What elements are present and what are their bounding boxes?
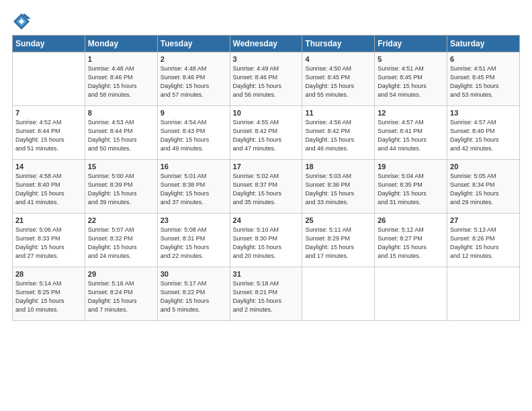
week-row-5: 28Sunrise: 5:14 AM Sunset: 8:25 PM Dayli…	[13, 267, 520, 321]
day-number: 18	[305, 163, 371, 171]
day-number: 2	[161, 55, 227, 63]
calendar-cell: 5Sunrise: 4:51 AM Sunset: 8:45 PM Daylig…	[375, 52, 447, 106]
calendar-table: SundayMondayTuesdayWednesdayThursdayFrid…	[12, 35, 520, 321]
day-number: 22	[88, 216, 154, 224]
day-number: 1	[88, 55, 154, 63]
calendar-cell: 25Sunrise: 5:11 AM Sunset: 8:29 PM Dayli…	[302, 214, 375, 267]
calendar-cell: 26Sunrise: 5:12 AM Sunset: 8:27 PM Dayli…	[375, 214, 447, 267]
logo	[12, 12, 34, 31]
calendar-cell	[302, 267, 375, 321]
day-info: Sunrise: 5:12 AM Sunset: 8:27 PM Dayligh…	[378, 226, 444, 261]
day-info: Sunrise: 5:02 AM Sunset: 8:37 PM Dayligh…	[233, 172, 300, 207]
day-info: Sunrise: 5:01 AM Sunset: 8:38 PM Dayligh…	[161, 172, 227, 207]
day-number: 9	[161, 109, 227, 117]
day-info: Sunrise: 4:50 AM Sunset: 8:45 PM Dayligh…	[305, 64, 371, 99]
day-number: 29	[88, 270, 154, 278]
day-info: Sunrise: 5:10 AM Sunset: 8:30 PM Dayligh…	[233, 226, 300, 261]
day-number: 23	[161, 216, 227, 224]
calendar-cell: 13Sunrise: 4:57 AM Sunset: 8:40 PM Dayli…	[447, 106, 520, 160]
day-number: 5	[378, 55, 444, 63]
day-number: 3	[233, 55, 300, 63]
calendar-cell: 14Sunrise: 4:58 AM Sunset: 8:40 PM Dayli…	[13, 160, 85, 214]
day-number: 31	[233, 270, 300, 278]
day-info: Sunrise: 5:16 AM Sunset: 8:24 PM Dayligh…	[88, 279, 154, 314]
day-info: Sunrise: 5:04 AM Sunset: 8:35 PM Dayligh…	[378, 172, 444, 207]
day-number: 26	[378, 216, 444, 224]
calendar-cell	[13, 52, 85, 106]
calendar-cell: 12Sunrise: 4:57 AM Sunset: 8:41 PM Dayli…	[375, 106, 447, 160]
day-number: 4	[305, 55, 371, 63]
day-number: 7	[15, 109, 82, 117]
col-header-wednesday: Wednesday	[230, 36, 302, 52]
day-number: 28	[15, 270, 82, 278]
week-row-4: 21Sunrise: 5:06 AM Sunset: 8:33 PM Dayli…	[13, 214, 520, 267]
logo-icon	[12, 12, 31, 31]
day-info: Sunrise: 4:51 AM Sunset: 8:45 PM Dayligh…	[450, 64, 517, 99]
calendar-cell: 24Sunrise: 5:10 AM Sunset: 8:30 PM Dayli…	[230, 214, 302, 267]
calendar-cell: 20Sunrise: 5:05 AM Sunset: 8:34 PM Dayli…	[447, 160, 520, 214]
day-number: 20	[450, 163, 517, 171]
day-info: Sunrise: 5:11 AM Sunset: 8:29 PM Dayligh…	[305, 226, 371, 261]
calendar-cell: 21Sunrise: 5:06 AM Sunset: 8:33 PM Dayli…	[13, 214, 85, 267]
day-info: Sunrise: 4:54 AM Sunset: 8:43 PM Dayligh…	[161, 118, 227, 153]
day-info: Sunrise: 4:49 AM Sunset: 8:46 PM Dayligh…	[233, 64, 300, 99]
col-header-thursday: Thursday	[302, 36, 375, 52]
day-number: 16	[161, 163, 227, 171]
calendar-cell: 15Sunrise: 5:00 AM Sunset: 8:39 PM Dayli…	[85, 160, 157, 214]
calendar-cell	[375, 267, 447, 321]
col-header-monday: Monday	[85, 36, 157, 52]
day-info: Sunrise: 4:57 AM Sunset: 8:41 PM Dayligh…	[378, 118, 444, 153]
calendar-cell: 3Sunrise: 4:49 AM Sunset: 8:46 PM Daylig…	[230, 52, 302, 106]
calendar-cell: 8Sunrise: 4:53 AM Sunset: 8:44 PM Daylig…	[85, 106, 157, 160]
calendar-cell: 19Sunrise: 5:04 AM Sunset: 8:35 PM Dayli…	[375, 160, 447, 214]
calendar-cell: 10Sunrise: 4:55 AM Sunset: 8:42 PM Dayli…	[230, 106, 302, 160]
day-info: Sunrise: 4:52 AM Sunset: 8:44 PM Dayligh…	[15, 118, 82, 153]
day-number: 10	[233, 109, 300, 117]
week-row-1: 1Sunrise: 4:48 AM Sunset: 8:46 PM Daylig…	[13, 52, 520, 106]
calendar-cell: 11Sunrise: 4:56 AM Sunset: 8:42 PM Dayli…	[302, 106, 375, 160]
day-info: Sunrise: 5:17 AM Sunset: 8:22 PM Dayligh…	[161, 279, 227, 314]
day-info: Sunrise: 5:08 AM Sunset: 8:31 PM Dayligh…	[161, 226, 227, 261]
calendar-cell: 27Sunrise: 5:13 AM Sunset: 8:26 PM Dayli…	[447, 214, 520, 267]
day-info: Sunrise: 4:58 AM Sunset: 8:40 PM Dayligh…	[15, 172, 82, 207]
col-header-friday: Friday	[375, 36, 447, 52]
day-info: Sunrise: 4:51 AM Sunset: 8:45 PM Dayligh…	[378, 64, 444, 99]
day-info: Sunrise: 4:53 AM Sunset: 8:44 PM Dayligh…	[88, 118, 154, 153]
day-number: 15	[88, 163, 154, 171]
day-number: 8	[88, 109, 154, 117]
day-number: 21	[15, 216, 82, 224]
day-info: Sunrise: 5:13 AM Sunset: 8:26 PM Dayligh…	[450, 226, 517, 261]
calendar-cell: 2Sunrise: 4:48 AM Sunset: 8:46 PM Daylig…	[157, 52, 230, 106]
calendar-cell: 4Sunrise: 4:50 AM Sunset: 8:45 PM Daylig…	[302, 52, 375, 106]
day-number: 24	[233, 216, 300, 224]
calendar-cell: 31Sunrise: 5:18 AM Sunset: 8:21 PM Dayli…	[230, 267, 302, 321]
day-info: Sunrise: 4:48 AM Sunset: 8:46 PM Dayligh…	[161, 64, 227, 99]
calendar-cell: 18Sunrise: 5:03 AM Sunset: 8:36 PM Dayli…	[302, 160, 375, 214]
calendar-cell: 29Sunrise: 5:16 AM Sunset: 8:24 PM Dayli…	[85, 267, 157, 321]
day-info: Sunrise: 5:07 AM Sunset: 8:32 PM Dayligh…	[88, 226, 154, 261]
calendar-cell: 22Sunrise: 5:07 AM Sunset: 8:32 PM Dayli…	[85, 214, 157, 267]
day-number: 6	[450, 55, 517, 63]
day-number: 13	[450, 109, 517, 117]
day-info: Sunrise: 5:18 AM Sunset: 8:21 PM Dayligh…	[233, 279, 300, 314]
calendar-cell: 16Sunrise: 5:01 AM Sunset: 8:38 PM Dayli…	[157, 160, 230, 214]
day-info: Sunrise: 5:00 AM Sunset: 8:39 PM Dayligh…	[88, 172, 154, 207]
week-row-3: 14Sunrise: 4:58 AM Sunset: 8:40 PM Dayli…	[13, 160, 520, 214]
week-row-2: 7Sunrise: 4:52 AM Sunset: 8:44 PM Daylig…	[13, 106, 520, 160]
calendar-cell: 6Sunrise: 4:51 AM Sunset: 8:45 PM Daylig…	[447, 52, 520, 106]
col-header-sunday: Sunday	[13, 36, 85, 52]
day-info: Sunrise: 4:57 AM Sunset: 8:40 PM Dayligh…	[450, 118, 517, 153]
day-info: Sunrise: 4:56 AM Sunset: 8:42 PM Dayligh…	[305, 118, 371, 153]
day-number: 17	[233, 163, 300, 171]
day-number: 12	[378, 109, 444, 117]
day-number: 30	[161, 270, 227, 278]
col-header-tuesday: Tuesday	[157, 36, 230, 52]
page-header	[12, 12, 520, 31]
calendar-cell: 23Sunrise: 5:08 AM Sunset: 8:31 PM Dayli…	[157, 214, 230, 267]
calendar-cell: 7Sunrise: 4:52 AM Sunset: 8:44 PM Daylig…	[13, 106, 85, 160]
calendar-cell: 1Sunrise: 4:48 AM Sunset: 8:46 PM Daylig…	[85, 52, 157, 106]
calendar-cell: 30Sunrise: 5:17 AM Sunset: 8:22 PM Dayli…	[157, 267, 230, 321]
day-number: 14	[15, 163, 82, 171]
col-header-saturday: Saturday	[447, 36, 520, 52]
day-number: 19	[378, 163, 444, 171]
